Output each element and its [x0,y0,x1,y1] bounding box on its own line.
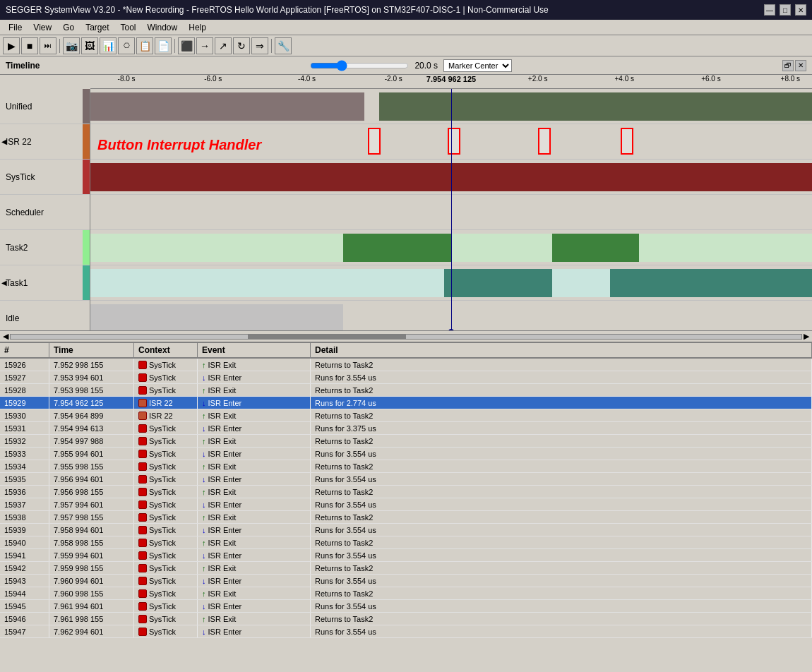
scroll-track[interactable] [10,334,802,340]
timeline-rows: Unified ◀ ISR 22 SysTick Scheduler Task2 [0,89,812,330]
cell-context: SysTick [134,460,198,472]
close-button[interactable]: ✕ [795,4,806,16]
table-row[interactable]: 15947 7.962 994 601 SysTick ↓ ISR Enter … [0,625,812,638]
task2-inactive-1 [90,234,343,262]
task1-left-arrow[interactable]: ◀ [1,279,7,287]
table-row[interactable]: 15934 7.955 998 155 SysTick ↑ ISR Exit R… [0,460,812,473]
block-button[interactable]: ⬛ [178,37,195,54]
task2-active-1 [343,234,451,262]
cell-num: 15931 [0,422,49,434]
table-row[interactable]: 15927 7.953 994 601 SysTick ↓ ISR Enter … [0,371,812,384]
menu-help[interactable]: Help [183,21,212,34]
list-button[interactable]: 📋 [136,37,153,54]
table-row[interactable]: 15942 7.959 998 155 SysTick ↑ ISR Exit R… [0,562,812,575]
sep3 [271,39,272,53]
table-row[interactable]: 15926 7.952 998 155 SysTick ↑ ISR Exit R… [0,359,812,371]
table-row[interactable]: 15940 7.958 998 155 SysTick ↑ ISR Exit R… [0,536,812,549]
row-labels: Unified ◀ ISR 22 SysTick Scheduler Task2 [0,89,90,330]
table-body[interactable]: 15926 7.952 998 155 SysTick ↑ ISR Exit R… [0,359,812,672]
timeline-scrollbar: ◀ ▶ [0,330,812,342]
scroll-right-btn[interactable]: ▶ [802,332,811,341]
cell-event: ↑ ISR Exit [198,613,311,625]
double-arrow-button[interactable]: ⇒ [251,37,268,54]
cell-time: 7.953 994 601 [49,371,134,383]
camera-button[interactable]: 📷 [63,37,80,54]
table-row[interactable]: 15928 7.953 998 155 SysTick ↑ ISR Exit R… [0,384,812,397]
row-label-idle: Idle [0,301,90,330]
cell-time: 7.958 998 155 [49,536,134,548]
timeline-close-btn[interactable]: ✕ [795,60,806,71]
table-row[interactable]: 15932 7.954 997 988 SysTick ↑ ISR Exit R… [0,435,812,448]
cursor-dot [448,329,454,330]
cell-event: ↑ ISR Exit [198,536,311,548]
maximize-button[interactable]: □ [780,4,791,16]
table-row[interactable]: 15929 7.954 962 125 ISR 22 ↓ ISR Enter R… [0,397,812,409]
isr22-left-arrow[interactable]: ◀ [1,138,7,145]
task1-color-bar [83,265,90,300]
table-row[interactable]: 15935 7.956 994 601 SysTick ↓ ISR Enter … [0,473,812,486]
cell-detail: Runs for 3.554 us [311,549,812,561]
table-row[interactable]: 15944 7.960 998 155 SysTick ↑ ISR Exit R… [0,587,812,600]
table-row[interactable]: 15931 7.954 994 613 SysTick ↓ ISR Enter … [0,422,812,435]
cell-context: SysTick [134,498,198,510]
col-header-detail[interactable]: Detail [311,343,812,357]
cell-num: 15945 [0,600,49,612]
table-row[interactable]: 15937 7.957 994 601 SysTick ↓ ISR Enter … [0,498,812,511]
menu-tool[interactable]: Tool [115,21,142,34]
menu-window[interactable]: Window [142,21,184,34]
table-row[interactable]: 15939 7.958 994 601 SysTick ↓ ISR Enter … [0,524,812,536]
table-row[interactable]: 15946 7.961 998 155 SysTick ↑ ISR Exit R… [0,613,812,625]
menu-file[interactable]: File [3,21,28,34]
play-button[interactable]: ▶ [3,37,20,54]
cell-num: 15941 [0,549,49,561]
col-header-time[interactable]: Time [49,343,134,357]
table-row[interactable]: 15938 7.957 998 155 SysTick ↑ ISR Exit R… [0,511,812,524]
scroll-left-btn[interactable]: ◀ [1,332,10,341]
col-header-event[interactable]: Event [198,343,311,357]
arrow-right-button[interactable]: → [196,37,213,54]
cell-context: SysTick [134,359,198,371]
menu-target[interactable]: Target [80,21,114,34]
arrow-ne-button[interactable]: ↗ [215,37,232,54]
refresh-button[interactable]: ↻ [233,37,250,54]
table-row[interactable]: 15945 7.961 994 601 SysTick ↓ ISR Enter … [0,600,812,613]
cell-context: SysTick [134,536,198,548]
scroll-thumb[interactable] [248,335,406,339]
titlebar: SEGGER SystemView V3.20 - *New Recording… [0,0,812,20]
minimize-button[interactable]: — [764,4,775,16]
doc-button[interactable]: 📄 [155,37,172,54]
col-header-num[interactable]: # [0,343,49,357]
cell-event: ↑ ISR Exit [198,587,311,599]
timeline-zoom-slider[interactable] [310,60,409,71]
hex-button[interactable]: ⎔ [118,37,135,54]
cell-time: 7.957 994 601 [49,498,134,510]
menu-view[interactable]: View [28,21,57,34]
cell-detail: Runs for 3.554 us [311,448,812,460]
marker-select[interactable]: Marker Center Marker Left Marker Right [443,59,512,72]
task2-active-2 [552,234,639,262]
cell-time: 7.955 994 601 [49,448,134,460]
skip-end-button[interactable]: ⏭ [40,37,56,54]
row-label-unified: Unified [0,89,90,124]
cell-detail: Returns to Task2 [311,435,812,447]
table-row[interactable]: 15930 7.954 964 899 ISR 22 ↑ ISR Exit Re… [0,409,812,422]
cell-num: 15933 [0,448,49,460]
cell-event: ↓ ISR Enter [198,473,311,485]
menu-go[interactable]: Go [57,21,80,34]
timeline-restore-button[interactable]: 🗗 [782,60,794,71]
stop-button[interactable]: ■ [21,37,38,54]
cell-detail: Runs for 3.375 us [311,422,812,434]
cell-context: SysTick [134,575,198,587]
col-header-context[interactable]: Context [134,343,198,357]
table-row[interactable]: 15936 7.956 998 155 SysTick ↑ ISR Exit R… [0,486,812,498]
chart-button[interactable]: 📊 [100,37,117,54]
cell-num: 15929 [0,397,49,409]
settings-button[interactable]: 🔧 [275,37,292,54]
timeline-canvas[interactable]: Button Interrupt Handler [90,89,812,330]
table-row[interactable]: 15943 7.960 994 601 SysTick ↓ ISR Enter … [0,575,812,587]
cell-detail: Runs for 3.554 us [311,600,812,612]
table-row[interactable]: 15941 7.959 994 601 SysTick ↓ ISR Enter … [0,549,812,562]
cell-event: ↑ ISR Exit [198,486,311,498]
image-button[interactable]: 🖼 [81,37,98,54]
table-row[interactable]: 15933 7.955 994 601 SysTick ↓ ISR Enter … [0,448,812,460]
